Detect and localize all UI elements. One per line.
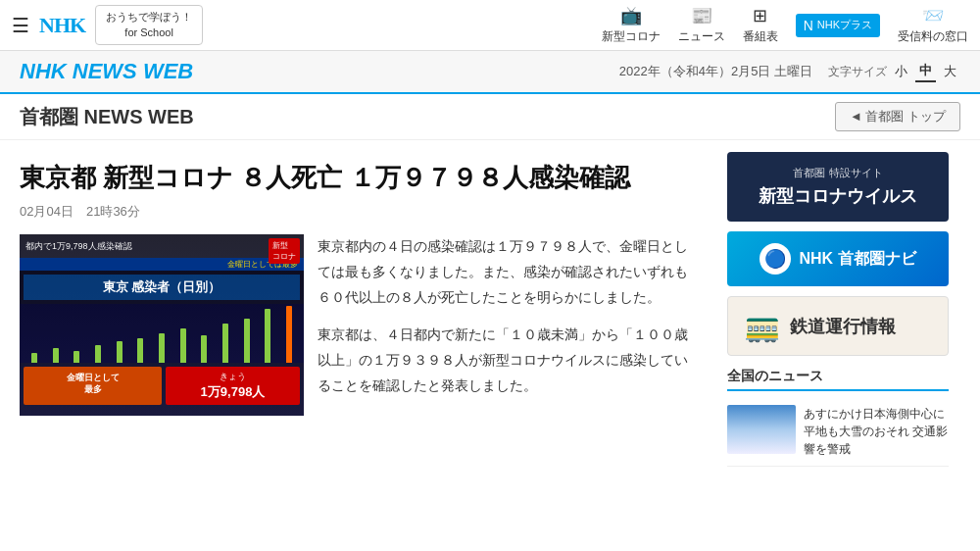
tv-subheader: 金曜日としては最多 <box>20 258 304 271</box>
chart-bar <box>74 351 79 363</box>
main-content: 東京都 新型コロナ ８人死亡 １万９７９８人感染確認 02月04日 21時36分… <box>0 140 715 478</box>
tv-title: 東京 感染者（日別） <box>24 275 300 300</box>
news-nav-icon: 📰 <box>691 5 712 26</box>
header-nav: 📺 新型コロナ 📰 ニュース ⊞ 番組表 N NHKプラス 📨 受信料の窓口 <box>602 5 968 45</box>
tetsudo-icon: 🚃 <box>744 309 780 343</box>
chart-bar <box>31 353 37 363</box>
article-date: 02月04日 21時36分 <box>20 203 696 221</box>
nav-label-corona: 新型コロナ <box>602 28 661 45</box>
current-date: 2022年（令和4年）2月5日 土曜日 <box>619 63 812 80</box>
nav-label-nhkplus: NHKプラス <box>817 18 872 32</box>
navi-label: NHK 首都圏ナビ <box>799 249 915 270</box>
fontsize-control: 文字サイズ 小 中 大 <box>828 61 960 82</box>
fontsize-small-btn[interactable]: 小 <box>891 62 911 81</box>
nav-label-fee: 受信料の窓口 <box>898 28 968 45</box>
chart-bar <box>117 341 122 363</box>
sidebar-corona-small: 首都圏 特設サイト <box>743 166 933 180</box>
nav-item-schedule[interactable]: ⊞ 番組表 <box>743 5 778 45</box>
sub-header: NHK NEWS WEB 2022年（令和4年）2月5日 土曜日 文字サイズ 小… <box>0 51 980 94</box>
sidebar-tetsudo-card[interactable]: 🚃 鉄道運行情報 <box>727 296 949 356</box>
tv-card-left-line2: 最多 <box>31 384 154 396</box>
article-image: 都内で1万9,798人感染確認 金曜日としては最多 東京 感染者（日別） <box>20 234 304 416</box>
nav-item-fee[interactable]: 📨 受信料の窓口 <box>898 5 968 45</box>
chart-bar <box>95 345 101 363</box>
fontsize-label: 文字サイズ <box>828 64 887 80</box>
thumb-snow-image <box>727 405 796 454</box>
sidebar-corona-card[interactable]: 首都圏 特設サイト 新型コロナウイルス <box>727 152 949 222</box>
sidebar-news-text: あすにかけ日本海側中心に平地も大雪のおそれ 交通影響を警戒 <box>804 405 949 458</box>
tv-chart <box>20 304 304 363</box>
hamburger-menu-icon[interactable]: ☰ <box>12 14 29 37</box>
tv-badge: 新型コロナ <box>269 238 300 264</box>
chart-bar <box>244 319 250 363</box>
corona-nav-icon: 📺 <box>620 5 642 26</box>
nav-label-schedule: 番組表 <box>743 28 778 45</box>
nhk-logo[interactable]: NHK <box>39 13 85 38</box>
page-title-bar: 首都圏 NEWS WEB ◄ 首都圏 トップ <box>0 94 980 140</box>
nav-item-news[interactable]: 📰 ニュース <box>678 5 725 45</box>
page-title: 首都圏 NEWS WEB <box>20 104 194 130</box>
top-link-button[interactable]: ◄ 首都圏 トップ <box>835 102 960 131</box>
date-fontsize-area: 2022年（令和4年）2月5日 土曜日 文字サイズ 小 中 大 <box>619 61 960 82</box>
chart-bar <box>201 335 207 363</box>
chart-bar <box>180 328 186 363</box>
chart-bar-highlight <box>286 306 292 363</box>
nav-item-corona[interactable]: 📺 新型コロナ <box>602 5 661 45</box>
brand-title[interactable]: NHK NEWS WEB <box>20 59 193 84</box>
tv-card-left: 金曜日として 最多 <box>24 367 162 405</box>
tv-header-text: 都内で1万9,798人感染確認 <box>25 240 132 253</box>
sidebar: 首都圏 特設サイト 新型コロナウイルス 🔵 NHK 首都圏ナビ 🚃 鉄道運行情報… <box>715 140 960 478</box>
school-btn-line1: おうちで学ぼう！ <box>106 10 192 25</box>
chart-bar <box>265 309 270 363</box>
school-btn-line2: for School <box>106 25 192 40</box>
chart-bar <box>222 324 228 363</box>
article-text: 東京都内の４日の感染確認は１万９７９８人で、金曜日としては最も多くなりました。ま… <box>318 234 696 416</box>
tv-bottom-cards: 金曜日として 最多 きょう 1万9,798人 <box>20 363 304 409</box>
nhkplus-nav-icon: N <box>804 18 813 33</box>
fontsize-medium-btn[interactable]: 中 <box>915 61 936 82</box>
sidebar-corona-big: 新型コロナウイルス <box>743 184 933 208</box>
sidebar-news-section-title: 全国のニュース <box>727 368 949 391</box>
tv-card-right: きょう 1万9,798人 <box>166 367 300 405</box>
sidebar-news-thumb <box>727 405 796 454</box>
school-button[interactable]: おうちで学ぼう！ for School <box>95 5 203 45</box>
main-layout: 東京都 新型コロナ ８人死亡 １万９７９８人感染確認 02月04日 21時36分… <box>0 140 980 478</box>
fee-nav-icon: 📨 <box>922 5 944 26</box>
fontsize-large-btn[interactable]: 大 <box>940 62 960 81</box>
article-paragraph-2: 東京都は、４日都内で新たに「１０歳未満」から「１００歳以上」の１万９３９８人が新… <box>318 323 696 399</box>
chart-bar <box>159 333 165 363</box>
tetsudo-label: 鉄道運行情報 <box>790 315 896 338</box>
chart-bar <box>137 338 143 363</box>
schedule-nav-icon: ⊞ <box>753 5 767 26</box>
tv-card-right-label: きょう <box>172 371 294 383</box>
chart-bar <box>53 348 59 363</box>
nav-item-nhkplus[interactable]: N NHKプラス <box>796 14 880 37</box>
tv-card-left-line1: 金曜日として <box>31 373 154 384</box>
navi-circle-icon: 🔵 <box>760 243 791 275</box>
article-title: 東京都 新型コロナ ８人死亡 １万９７９８人感染確認 <box>20 160 696 195</box>
tv-card-right-value: 1万9,798人 <box>172 383 294 401</box>
site-header: ☰ NHK おうちで学ぼう！ for School 📺 新型コロナ 📰 ニュース… <box>0 0 980 51</box>
article-body: 都内で1万9,798人感染確認 金曜日としては最多 東京 感染者（日別） <box>20 234 696 416</box>
nav-label-news: ニュース <box>678 28 725 45</box>
sidebar-news-item[interactable]: あすにかけ日本海側中心に平地も大雪のおそれ 交通影響を警戒 <box>727 397 949 467</box>
sidebar-corona-text: 新型コロナウイルス <box>759 186 917 206</box>
tv-header-bar: 都内で1万9,798人感染確認 <box>20 234 304 258</box>
article-paragraph-1: 東京都内の４日の感染確認は１万９７９８人で、金曜日としては最も多くなりました。ま… <box>318 234 696 311</box>
sidebar-nhk-navi-card[interactable]: 🔵 NHK 首都圏ナビ <box>727 231 949 286</box>
